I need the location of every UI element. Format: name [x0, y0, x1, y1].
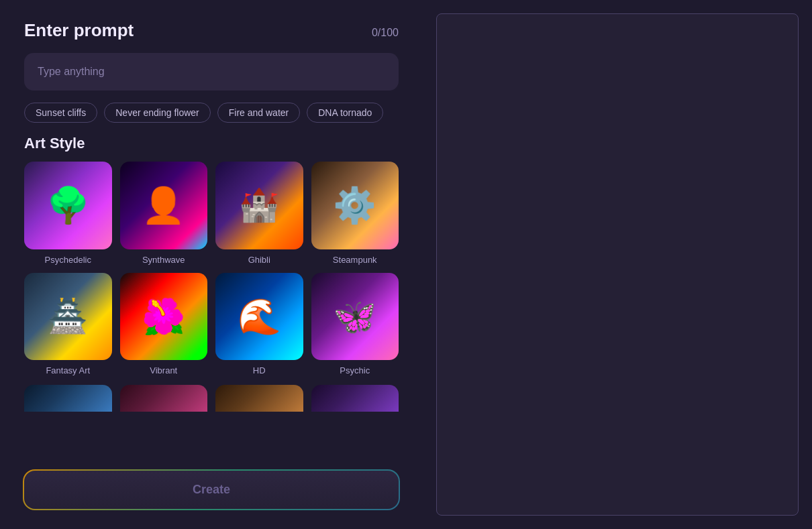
art-item-vibrant[interactable]: Vibrant — [120, 273, 208, 376]
prompt-input[interactable] — [24, 53, 399, 91]
char-counter: 0/100 — [372, 27, 399, 39]
art-label-vibrant: Vibrant — [150, 365, 177, 375]
suggestion-chips: Sunset cliffs Never ending flower Fire a… — [24, 103, 399, 123]
art-label-ghibli: Ghibli — [248, 255, 270, 265]
art-label-synthwave: Synthwave — [142, 255, 185, 265]
chip-sunset-cliffs[interactable]: Sunset cliffs — [24, 103, 97, 123]
create-button[interactable]: Create — [24, 471, 399, 509]
art-item-fantasy[interactable]: Fantasy Art — [24, 273, 112, 376]
left-panel: Enter prompt 0/100 Sunset cliffs Never e… — [0, 0, 423, 529]
art-item-steampunk[interactable]: Steampunk — [311, 162, 399, 265]
art-item-synthwave[interactable]: Synthwave — [120, 162, 208, 265]
partial-thumb-3 — [215, 385, 303, 412]
partial-row — [24, 385, 399, 412]
partial-thumb-4 — [311, 385, 399, 412]
chip-dna-tornado[interactable]: DNA tornado — [307, 103, 383, 123]
art-thumb-fantasy — [24, 273, 112, 361]
art-thumb-hd — [215, 273, 303, 361]
art-label-psychic: Psychic — [340, 365, 370, 375]
art-item-ghibli[interactable]: Ghibli — [215, 162, 303, 265]
create-btn-wrapper: Create — [24, 471, 399, 509]
art-style-title: Art Style — [24, 135, 399, 152]
header-row: Enter prompt 0/100 — [24, 20, 399, 41]
art-item-hd[interactable]: HD — [215, 273, 303, 376]
page-title: Enter prompt — [24, 20, 134, 41]
art-thumb-ghibli — [215, 162, 303, 249]
art-item-psychedelic[interactable]: Psychedelic — [24, 162, 112, 265]
art-thumb-steampunk — [311, 162, 399, 249]
art-label-steampunk: Steampunk — [333, 255, 377, 265]
right-panel — [423, 0, 812, 529]
art-label-fantasy: Fantasy Art — [46, 365, 90, 375]
art-style-section: Art Style Psychedelic Synthwave Ghibli S… — [24, 135, 399, 459]
art-thumb-vibrant — [120, 273, 208, 361]
preview-box — [436, 13, 799, 516]
partial-thumb-2 — [120, 385, 208, 412]
art-style-grid: Psychedelic Synthwave Ghibli Steampunk F… — [24, 162, 399, 375]
chip-fire-and-water[interactable]: Fire and water — [217, 103, 300, 123]
chip-never-ending-flower[interactable]: Never ending flower — [104, 103, 211, 123]
art-label-hd: HD — [253, 365, 266, 375]
art-thumb-psychic — [311, 273, 399, 361]
art-thumb-synthwave — [120, 162, 208, 249]
art-thumb-psychedelic — [24, 162, 112, 249]
art-item-psychic[interactable]: Psychic — [311, 273, 399, 376]
partial-thumb-1 — [24, 385, 112, 412]
art-label-psychedelic: Psychedelic — [45, 255, 91, 265]
